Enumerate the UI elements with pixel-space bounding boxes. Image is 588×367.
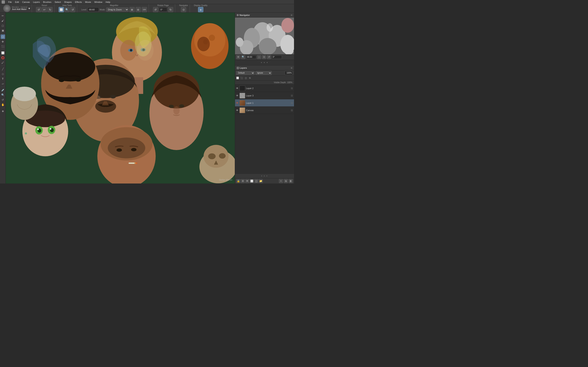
layer-delete-btn[interactable]: 🗑 bbox=[289, 179, 293, 183]
magnifier-label: Magnifier bbox=[110, 4, 118, 7]
layer-clip-btn[interactable]: ⬜ bbox=[250, 179, 254, 183]
tool-pen[interactable]: 🖊 bbox=[1, 60, 5, 65]
tool-rotate[interactable]: ↺ bbox=[1, 98, 5, 102]
menu-effects[interactable]: Effects bbox=[73, 0, 83, 4]
layer-tool-3[interactable]: ◫ bbox=[244, 76, 248, 80]
nav-settings-btn[interactable]: ⚙ bbox=[236, 55, 240, 59]
tool-lasso[interactable]: ⭕ bbox=[1, 55, 5, 60]
brush-name: Just Add Water bbox=[12, 8, 27, 10]
layer-2-thumb bbox=[240, 85, 245, 91]
rotate-input[interactable] bbox=[159, 7, 167, 12]
tool-eyedropper[interactable]: 💉 bbox=[1, 88, 5, 92]
layer-ref-btn[interactable]: ⚙ bbox=[241, 179, 245, 183]
navigator-thumbnail[interactable] bbox=[235, 17, 294, 54]
layer-lock-btn[interactable]: 🔒 bbox=[236, 179, 240, 183]
tool-divider-1 bbox=[1, 33, 5, 34]
tool-select-rect[interactable]: ⬜ bbox=[1, 50, 5, 55]
level-input[interactable] bbox=[87, 7, 99, 12]
tool-eraser[interactable]: ◻ bbox=[1, 23, 5, 28]
layer-3-visibility[interactable]: 👁 bbox=[236, 94, 239, 97]
menu-brushes[interactable]: Brushes bbox=[42, 0, 53, 4]
layer-folder-btn[interactable]: 📁 bbox=[259, 179, 263, 183]
tool-fill[interactable]: ▣ bbox=[1, 28, 5, 33]
nav-zoom-fit[interactable]: □ bbox=[257, 55, 261, 59]
menu-select[interactable]: Select bbox=[53, 0, 62, 4]
tool-blend[interactable]: ⬡ bbox=[1, 34, 5, 39]
reset-btn-2[interactable]: ↩ bbox=[42, 7, 47, 12]
view-tools-section: View Tools ⬜ 🔍 ↺ bbox=[57, 4, 77, 12]
layer-tool-2[interactable]: ⬛ bbox=[240, 76, 243, 80]
layer-2-link[interactable]: ⛓ bbox=[290, 87, 293, 90]
layer-blend-select[interactable]: Ignore bbox=[255, 71, 272, 75]
layer-3-link[interactable]: ⛓ bbox=[290, 94, 293, 97]
menu-edit[interactable]: Edit bbox=[13, 0, 21, 4]
tool-shape[interactable]: ◇ bbox=[1, 72, 5, 76]
visible-depth-value: 100% bbox=[287, 81, 292, 83]
layer-mode-select[interactable]: Default bbox=[236, 71, 255, 75]
layers-menu-btn[interactable]: ≡ bbox=[291, 66, 292, 69]
layer-1-link[interactable]: ⛓ bbox=[290, 101, 293, 104]
layer-eye-btn[interactable]: 👁 bbox=[245, 179, 249, 183]
tool-hand[interactable]: ✋ bbox=[1, 102, 5, 107]
tool-transform[interactable]: ⬛ bbox=[1, 44, 5, 49]
layer-item-3[interactable]: 👁 Layer 3 ⛓ bbox=[235, 92, 294, 99]
layer-new-btn[interactable]: + bbox=[279, 179, 283, 183]
brush-favorite-icon[interactable]: ♥ bbox=[28, 7, 30, 10]
canvas-area[interactable]: Stefan Ilčešin bbox=[6, 13, 235, 184]
menu-movie[interactable]: Movie bbox=[84, 0, 93, 4]
rotate-btn-2[interactable]: ↻ bbox=[168, 7, 173, 12]
layer-item-canvas[interactable]: 👁 Canvas ⛓ bbox=[235, 107, 294, 114]
nav-zoom-100[interactable]: ⊡ bbox=[262, 55, 266, 59]
layer-1-visibility[interactable]: 👁 bbox=[236, 101, 239, 104]
view-tool-btn-1[interactable]: ⬜ bbox=[59, 7, 64, 12]
menu-help[interactable]: Help bbox=[104, 0, 112, 4]
tool-zoom[interactable]: 🔍 bbox=[1, 92, 5, 97]
layer-1-thumb bbox=[240, 100, 245, 106]
tool-extra[interactable]: ◈ bbox=[1, 109, 5, 113]
tool-text[interactable]: T bbox=[1, 76, 5, 81]
layer-mask-btn[interactable]: ◫ bbox=[254, 179, 258, 183]
canvas-link[interactable]: ⛓ bbox=[290, 109, 293, 112]
reset-btn-1[interactable]: ↺ bbox=[36, 7, 41, 12]
layer-tool-4[interactable]: ⧉ bbox=[248, 76, 252, 80]
navigator-btn[interactable]: ⊙ bbox=[181, 7, 186, 12]
artist-signature: Stefan Ilčešin bbox=[219, 179, 232, 181]
reset-btn-3[interactable]: ↻ bbox=[47, 7, 53, 12]
layer-opacity-input[interactable] bbox=[285, 71, 293, 75]
mag-btn-3[interactable]: 100 bbox=[142, 7, 147, 12]
nav-rotate-reset[interactable]: ↺ bbox=[267, 55, 271, 59]
brush-thumbnail[interactable] bbox=[3, 5, 11, 12]
tool-gradient[interactable]: ▱ bbox=[1, 81, 5, 86]
menu-shapes[interactable]: Shapes bbox=[62, 0, 73, 4]
display-quality-btn[interactable]: ◈ bbox=[198, 7, 203, 12]
layer-item-2[interactable]: 👁 Layer 2 ⛓ bbox=[235, 85, 294, 92]
nav-zoom-input[interactable] bbox=[246, 55, 256, 59]
menu-file[interactable]: File bbox=[7, 0, 13, 4]
nav-rotate-input[interactable] bbox=[272, 55, 282, 59]
mag-btn-2[interactable]: ⊖ bbox=[136, 7, 141, 12]
menu-canvas[interactable]: Canvas bbox=[21, 0, 31, 4]
navigator-menu-btn[interactable]: ≡ bbox=[291, 13, 292, 17]
view-tool-btn-2[interactable]: 🔍 bbox=[64, 7, 70, 12]
layers-bottom-right: + ⧉ 🗑 bbox=[279, 179, 293, 183]
nav-search-btn[interactable]: 🔍 bbox=[241, 55, 245, 59]
layer-2-visibility[interactable]: 👁 bbox=[236, 87, 239, 90]
tool-brush[interactable]: 🖌 bbox=[1, 18, 5, 23]
menu-bar: File Edit Canvas Layers Brushes Select S… bbox=[0, 0, 294, 4]
rotate-btn-1[interactable]: ↺ bbox=[153, 7, 158, 12]
layer-copy-btn[interactable]: ⧉ bbox=[284, 179, 288, 183]
tool-pencil[interactable]: ✏ bbox=[1, 13, 5, 18]
menu-window[interactable]: Window bbox=[93, 0, 104, 4]
canvas-visibility[interactable]: 👁 bbox=[236, 109, 239, 112]
layers-header: ◫ Layers ≡ bbox=[235, 66, 294, 70]
view-tool-btn-3[interactable]: ↺ bbox=[70, 7, 75, 12]
menu-layers[interactable]: Layers bbox=[31, 0, 42, 4]
layer-item-1[interactable]: 👁 Layer 1 ⛓ bbox=[235, 99, 294, 107]
mode-select[interactable]: Drag to Zoom bbox=[106, 7, 129, 12]
tool-move[interactable]: ✥ bbox=[1, 39, 5, 44]
navigator-panel: ⊙ Navigator ≡ bbox=[235, 13, 294, 66]
layer-tool-1[interactable]: ⬜ bbox=[236, 76, 240, 80]
tool-line[interactable]: ╱ bbox=[1, 67, 5, 71]
layer-3-name: Layer 3 bbox=[246, 94, 290, 97]
mag-btn-1[interactable]: ⊕ bbox=[130, 7, 135, 12]
